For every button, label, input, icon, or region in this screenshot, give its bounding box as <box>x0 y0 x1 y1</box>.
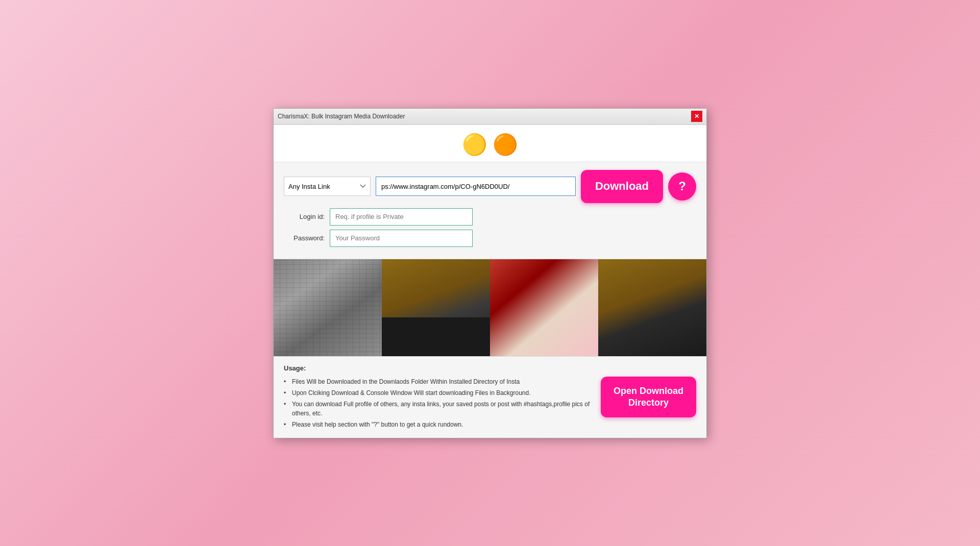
url-input[interactable] <box>376 177 576 196</box>
image-bag-2 <box>598 259 706 356</box>
logo-icon-1: 🟡 <box>462 133 487 157</box>
image-building <box>274 259 382 356</box>
usage-area: Usage: Files Will be Downloaded in the D… <box>274 356 706 438</box>
open-download-directory-button[interactable]: Open DownloadDirectory <box>601 377 696 417</box>
title-bar: CharismaX: Bulk Instagram Media Download… <box>274 109 706 125</box>
usage-item-3: You can download Full profile of others,… <box>284 399 591 419</box>
usage-content: Usage: Files Will be Downloaded in the D… <box>284 364 591 430</box>
link-type-select[interactable]: Any Insta Link Profile Post Hashtag Save… <box>284 177 371 196</box>
help-button[interactable]: ? <box>668 172 696 201</box>
close-button[interactable]: ✕ <box>691 111 702 122</box>
window-title: CharismaX: Bulk Instagram Media Download… <box>278 113 405 120</box>
password-label: Password: <box>284 234 325 242</box>
url-row: Any Insta Link Profile Post Hashtag Save… <box>284 170 696 203</box>
window-content: 🟡 🟠 Any Insta Link Profile Post Hashtag … <box>274 125 706 438</box>
usage-item-1: Files Will be Downloaded in the Downlaod… <box>284 376 591 387</box>
title-bar-controls: ✕ <box>691 111 702 122</box>
toolbar-area: Any Insta Link Profile Post Hashtag Save… <box>274 162 706 259</box>
header-area: 🟡 🟠 <box>274 125 706 162</box>
main-window: CharismaX: Bulk Instagram Media Download… <box>273 108 707 438</box>
password-row: Password: <box>284 230 696 247</box>
login-id-row: Login id: <box>284 208 696 226</box>
images-area <box>274 259 706 356</box>
usage-item-4: Please visit help section with "?" butto… <box>284 419 591 430</box>
image-flowers <box>490 259 598 356</box>
usage-item-2: Upon Clciking Download & Console Window … <box>284 387 591 399</box>
download-button[interactable]: Download <box>581 170 663 203</box>
usage-list: Files Will be Downloaded in the Downlaod… <box>284 376 591 430</box>
image-bag-1 <box>382 259 490 356</box>
logo-icon-2: 🟠 <box>493 133 518 157</box>
login-id-input[interactable] <box>330 208 473 226</box>
desktop-background: CharismaX: Bulk Instagram Media Download… <box>0 0 980 546</box>
login-id-label: Login id: <box>284 213 325 220</box>
usage-title: Usage: <box>284 364 591 372</box>
password-input[interactable] <box>330 230 473 247</box>
